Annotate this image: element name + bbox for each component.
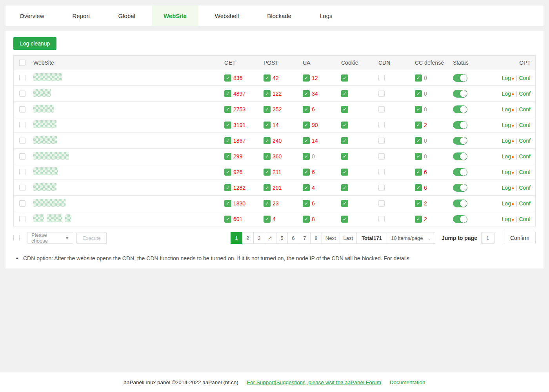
- log-link[interactable]: Log: [502, 169, 511, 175]
- pagination-page-4[interactable]: 4: [265, 232, 276, 244]
- row-checkbox[interactable]: [19, 200, 25, 207]
- ua-enabled-icon: [303, 184, 310, 191]
- count-value: 14: [312, 138, 318, 144]
- status-toggle[interactable]: [453, 168, 467, 176]
- row-checkbox[interactable]: [19, 91, 25, 97]
- status-toggle[interactable]: [453, 74, 467, 82]
- conf-link[interactable]: Conf: [519, 153, 531, 160]
- cdn-checkbox[interactable]: [378, 200, 385, 207]
- cdn-checkbox[interactable]: [378, 138, 385, 144]
- tab-website[interactable]: WebSite: [152, 5, 198, 26]
- status-toggle[interactable]: [453, 137, 467, 145]
- conf-link[interactable]: Conf: [519, 91, 531, 97]
- status-toggle[interactable]: [453, 200, 467, 207]
- conf-link[interactable]: Conf: [519, 216, 531, 222]
- ua-enabled-icon: [303, 74, 310, 82]
- row-checkbox[interactable]: [19, 138, 25, 144]
- cookie-enabled-icon[interactable]: [341, 200, 348, 207]
- log-link[interactable]: Log: [502, 153, 511, 160]
- cookie-enabled-icon[interactable]: [341, 74, 348, 82]
- cdn-checkbox[interactable]: [378, 216, 385, 222]
- status-toggle[interactable]: [453, 121, 467, 129]
- row-checkbox[interactable]: [19, 216, 25, 222]
- row-checkbox[interactable]: [19, 106, 25, 113]
- jump-to-page-input[interactable]: [481, 232, 494, 244]
- support-forum-link[interactable]: For Support|Suggestions, please visit th…: [247, 379, 381, 385]
- tab-global[interactable]: Global: [107, 5, 147, 26]
- count-value: 6: [424, 185, 427, 191]
- status-toggle[interactable]: [453, 184, 467, 192]
- log-link[interactable]: Log: [502, 200, 511, 207]
- log-link[interactable]: Log: [502, 185, 511, 191]
- cookie-enabled-icon[interactable]: [341, 106, 348, 113]
- cdn-checkbox[interactable]: [378, 91, 385, 97]
- row-checkbox[interactable]: [19, 75, 25, 81]
- bulk-action-select[interactable]: Please choose ▼: [27, 232, 73, 244]
- tab-logs[interactable]: Logs: [308, 5, 344, 26]
- row-checkbox[interactable]: [19, 185, 25, 191]
- conf-link[interactable]: Conf: [519, 122, 531, 128]
- log-link[interactable]: Log: [502, 138, 511, 144]
- cookie-enabled-icon[interactable]: [341, 169, 348, 176]
- pagination-next-button[interactable]: Next: [322, 232, 340, 244]
- conf-link[interactable]: Conf: [519, 200, 531, 207]
- cookie-enabled-icon[interactable]: [341, 216, 348, 223]
- tab-overview[interactable]: Overview: [8, 5, 56, 26]
- cc-defense-enabled-icon: [415, 106, 422, 113]
- row-checkbox[interactable]: [19, 122, 25, 128]
- conf-link[interactable]: Conf: [519, 106, 531, 113]
- cdn-checkbox[interactable]: [378, 75, 385, 81]
- cdn-checkbox[interactable]: [378, 153, 385, 160]
- pagination-last-button[interactable]: Last: [340, 232, 357, 244]
- pagination-page-7[interactable]: 7: [299, 232, 311, 244]
- documentation-link[interactable]: Documentation: [390, 379, 425, 385]
- conf-link[interactable]: Conf: [519, 75, 531, 81]
- log-link[interactable]: Log: [502, 122, 511, 128]
- cdn-checkbox[interactable]: [378, 169, 385, 175]
- log-link[interactable]: Log: [502, 216, 511, 222]
- count-value: 1830: [233, 200, 245, 207]
- pagination-page-6[interactable]: 6: [287, 232, 299, 244]
- tab-report[interactable]: Report: [61, 5, 102, 26]
- log-link[interactable]: Log: [502, 106, 511, 113]
- conf-link[interactable]: Conf: [519, 169, 531, 175]
- cdn-checkbox[interactable]: [378, 122, 385, 128]
- row-checkbox[interactable]: [19, 153, 25, 160]
- cdn-checkbox[interactable]: [378, 185, 385, 191]
- post-enabled-icon: [264, 169, 271, 176]
- count-value: 0: [424, 91, 427, 97]
- pagination-page-5[interactable]: 5: [276, 232, 288, 244]
- confirm-button[interactable]: Confirm: [504, 232, 536, 244]
- cookie-enabled-icon[interactable]: [341, 153, 348, 160]
- status-toggle[interactable]: [453, 105, 467, 113]
- tab-webshell[interactable]: Webshell: [203, 5, 251, 26]
- select-all-checkbox[interactable]: [19, 60, 25, 66]
- log-link[interactable]: Log: [502, 75, 511, 81]
- cookie-enabled-icon[interactable]: [341, 137, 348, 144]
- status-toggle[interactable]: [453, 152, 467, 160]
- pagination-page-8[interactable]: 8: [310, 232, 322, 244]
- execute-button[interactable]: Execute: [76, 232, 107, 244]
- conf-link[interactable]: Conf: [519, 138, 531, 144]
- conf-link[interactable]: Conf: [519, 185, 531, 191]
- count-value: 12: [312, 75, 318, 81]
- tab-blockade[interactable]: Blockade: [255, 5, 303, 26]
- row-checkbox[interactable]: [19, 169, 25, 175]
- cdn-checkbox[interactable]: [378, 106, 385, 113]
- cookie-enabled-icon[interactable]: [341, 184, 348, 191]
- cookie-enabled-icon[interactable]: [341, 122, 348, 129]
- bulk-select-checkbox[interactable]: [13, 235, 20, 241]
- website-name-redacted: [33, 152, 72, 161]
- items-per-page-select[interactable]: 10 items/page ⌄: [387, 232, 435, 244]
- log-link[interactable]: Log: [502, 91, 511, 97]
- status-toggle[interactable]: [453, 215, 467, 223]
- count-value: 2: [424, 200, 427, 207]
- website-name-redacted: [33, 89, 54, 98]
- cookie-enabled-icon[interactable]: [341, 90, 348, 97]
- pagination-page-1[interactable]: 1: [231, 232, 242, 244]
- cc-defense-enabled-icon: [415, 200, 422, 207]
- status-toggle[interactable]: [453, 90, 467, 98]
- log-cleanup-button[interactable]: Log cleanup: [13, 37, 56, 50]
- pagination-page-2[interactable]: 2: [242, 232, 254, 244]
- pagination-page-3[interactable]: 3: [253, 232, 265, 244]
